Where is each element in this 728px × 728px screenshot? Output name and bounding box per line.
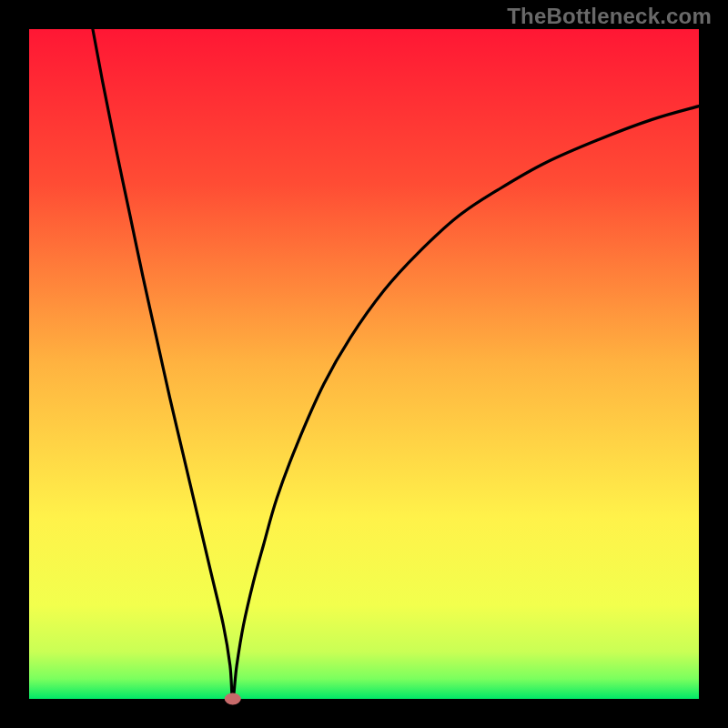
plot-background — [29, 29, 699, 699]
minimum-dot — [225, 693, 241, 705]
bottleneck-chart — [0, 0, 728, 728]
watermark-text: TheBottleneck.com — [507, 4, 712, 29]
chart-frame: { "watermark": "TheBottleneck.com", "col… — [0, 0, 728, 728]
